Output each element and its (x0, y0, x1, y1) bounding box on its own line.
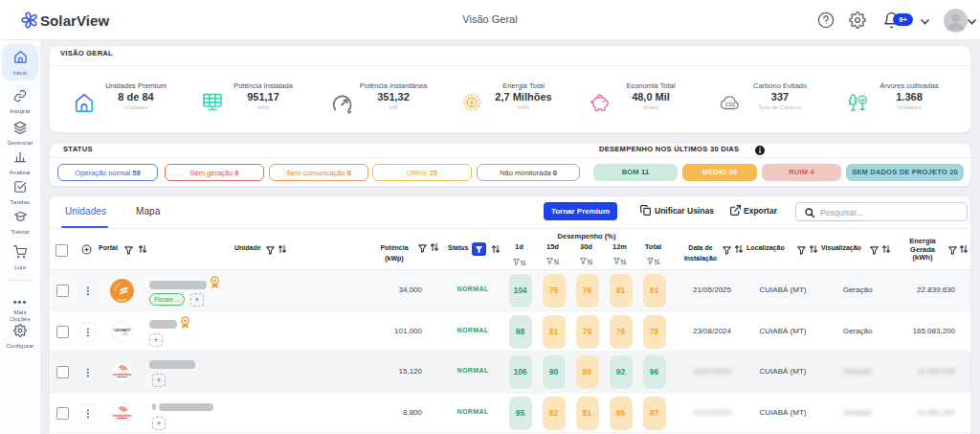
svg-text:OSS: OSS (122, 332, 127, 336)
svg-text:GROWATT: GROWATT (113, 329, 131, 332)
svg-text:CanadianSolar: CanadianSolar (113, 413, 132, 417)
svg-text:CanadianSolar: CanadianSolar (113, 373, 132, 377)
